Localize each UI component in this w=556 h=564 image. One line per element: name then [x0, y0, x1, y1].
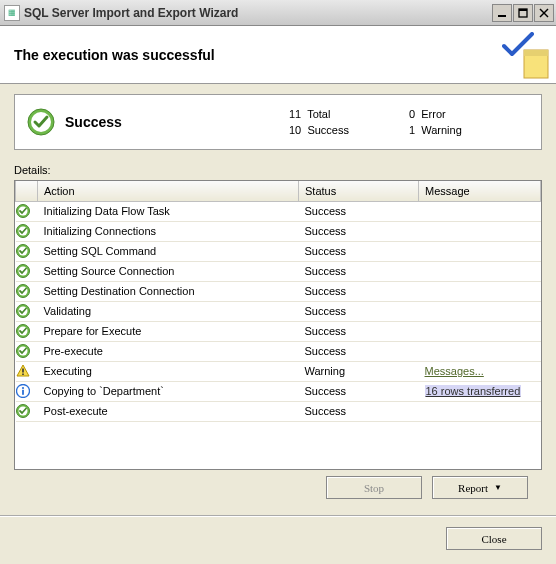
table-row[interactable]: Initializing ConnectionsSuccess — [16, 221, 541, 241]
col-action[interactable]: Action — [38, 181, 299, 201]
cell-action: Setting Source Connection — [38, 261, 299, 281]
table-row[interactable]: Prepare for ExecuteSuccess — [16, 321, 541, 341]
cell-message[interactable]: 16 rows transferred — [419, 381, 541, 401]
cell-action: Prepare for Execute — [38, 321, 299, 341]
success-icon — [16, 301, 38, 321]
stop-button[interactable]: Stop — [326, 476, 422, 499]
summary-success: 10 Success — [289, 124, 409, 136]
cell-action: Setting SQL Command — [38, 241, 299, 261]
minimize-button[interactable] — [492, 4, 512, 22]
minimize-icon — [497, 8, 507, 18]
table-row[interactable]: Post-executeSuccess — [16, 401, 541, 421]
success-icon — [16, 401, 38, 421]
table-row[interactable]: Setting Source ConnectionSuccess — [16, 261, 541, 281]
cell-message — [419, 201, 541, 221]
cell-action: Pre-execute — [38, 341, 299, 361]
cell-status: Warning — [299, 361, 419, 381]
cell-status: Success — [299, 281, 419, 301]
cell-action: Post-execute — [38, 401, 299, 421]
col-status[interactable]: Status — [299, 181, 419, 201]
chevron-down-icon: ▼ — [494, 483, 502, 492]
cell-action: Initializing Data Flow Task — [38, 201, 299, 221]
cell-status: Success — [299, 341, 419, 361]
cell-action: Executing — [38, 361, 299, 381]
success-icon — [16, 321, 38, 341]
success-icon — [16, 201, 38, 221]
page-title: The execution was successful — [14, 47, 215, 63]
summary-error: 0 Error — [409, 108, 529, 120]
cell-status: Success — [299, 401, 419, 421]
svg-rect-6 — [524, 50, 548, 56]
messages-link[interactable]: Messages... — [425, 365, 484, 377]
table-row[interactable]: Setting Destination ConnectionSuccess — [16, 281, 541, 301]
warning-icon — [16, 361, 38, 381]
col-icon[interactable] — [16, 181, 38, 201]
svg-rect-25 — [22, 369, 24, 373]
summary-total: 11 Total — [289, 108, 409, 120]
cell-status: Success — [299, 241, 419, 261]
info-icon — [16, 381, 38, 401]
cell-message — [419, 281, 541, 301]
title-bar: ▦ SQL Server Import and Export Wizard — [0, 0, 556, 26]
summary-label: Success — [65, 114, 122, 130]
table-row[interactable]: Setting SQL CommandSuccess — [16, 241, 541, 261]
cell-message — [419, 301, 541, 321]
col-message[interactable]: Message — [419, 181, 541, 201]
cell-status: Success — [299, 201, 419, 221]
summary-panel: Success 11 Total 10 Success 0 Error 1 Wa… — [14, 94, 542, 150]
success-icon — [16, 241, 38, 261]
action-buttons: Stop Report ▼ — [14, 470, 542, 505]
table-row[interactable]: Initializing Data Flow TaskSuccess — [16, 201, 541, 221]
report-button[interactable]: Report ▼ — [432, 476, 528, 499]
cell-action: Setting Destination Connection — [38, 281, 299, 301]
svg-point-28 — [21, 387, 23, 389]
footer: Close — [0, 517, 556, 560]
close-button[interactable] — [534, 4, 554, 22]
cell-message — [419, 221, 541, 241]
cell-message — [419, 401, 541, 421]
svg-rect-29 — [22, 390, 24, 395]
rows-transferred-link[interactable]: 16 rows transferred — [425, 385, 522, 397]
maximize-icon — [518, 8, 528, 18]
success-icon — [16, 221, 38, 241]
header-graphic — [502, 32, 550, 80]
maximize-button[interactable] — [513, 4, 533, 22]
cell-status: Success — [299, 321, 419, 341]
svg-rect-26 — [22, 374, 24, 376]
cell-status: Success — [299, 301, 419, 321]
summary-warning: 1 Warning — [409, 124, 529, 136]
table-row[interactable]: Copying to `Department`Success16 rows tr… — [16, 381, 541, 401]
cell-status: Success — [299, 221, 419, 241]
cell-message — [419, 321, 541, 341]
close-icon — [539, 8, 549, 18]
app-icon: ▦ — [4, 5, 20, 21]
cell-status: Success — [299, 381, 419, 401]
cell-action: Copying to `Department` — [38, 381, 299, 401]
success-icon — [16, 281, 38, 301]
cell-status: Success — [299, 261, 419, 281]
window-title: SQL Server Import and Export Wizard — [24, 6, 492, 20]
cell-message — [419, 241, 541, 261]
table-row[interactable]: Pre-executeSuccess — [16, 341, 541, 361]
close-wizard-button[interactable]: Close — [446, 527, 542, 550]
details-grid[interactable]: Action Status Message Initializing Data … — [14, 180, 542, 470]
cell-message[interactable]: Messages... — [419, 361, 541, 381]
report-label: Report — [458, 482, 488, 494]
cell-action: Initializing Connections — [38, 221, 299, 241]
wizard-header: The execution was successful — [0, 26, 556, 84]
table-row[interactable]: ExecutingWarningMessages... — [16, 361, 541, 381]
cell-message — [419, 341, 541, 361]
success-icon — [27, 108, 55, 136]
cell-action: Validating — [38, 301, 299, 321]
cell-message — [419, 261, 541, 281]
details-label: Details: — [14, 164, 542, 176]
table-row[interactable]: ValidatingSuccess — [16, 301, 541, 321]
success-icon — [16, 341, 38, 361]
success-icon — [16, 261, 38, 281]
